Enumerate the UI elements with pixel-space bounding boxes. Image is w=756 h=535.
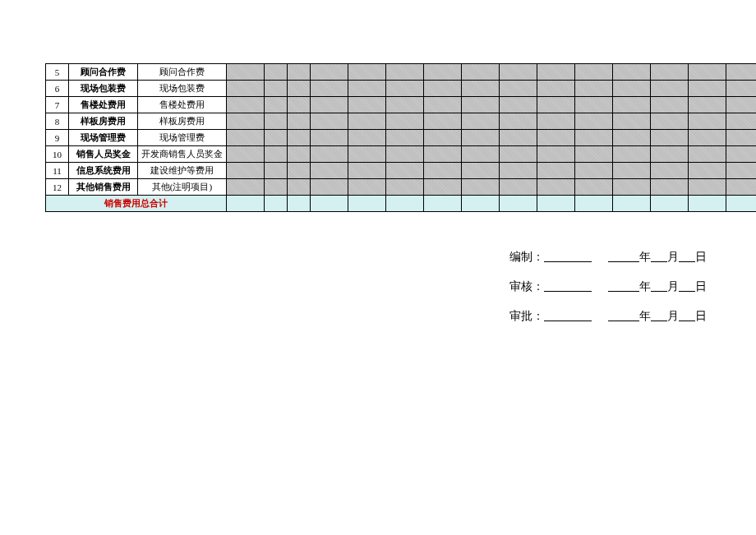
data-cell	[651, 64, 689, 81]
total-cell	[500, 196, 537, 212]
data-cell	[424, 64, 462, 81]
row-subitem: 开发商销售人员奖金	[138, 146, 227, 163]
data-cell	[651, 179, 689, 196]
prepared-label: 编制：	[509, 251, 544, 263]
signature-block: 编制：年月日 审核：年月日 审批：年月日	[509, 245, 707, 334]
blank-line	[544, 279, 592, 292]
row-index: 12	[46, 179, 69, 196]
year-label: 年	[639, 251, 651, 263]
total-cell	[537, 196, 575, 212]
data-cell	[348, 97, 386, 113]
data-cell	[227, 163, 265, 179]
data-cell	[726, 163, 757, 179]
data-cell	[265, 130, 288, 146]
row-category: 其他销售费用	[69, 179, 138, 196]
total-row: 销售费用总合计	[46, 196, 757, 212]
data-cell	[689, 163, 726, 179]
data-cell	[288, 163, 311, 179]
data-cell	[575, 113, 613, 130]
total-label: 销售费用总合计	[46, 196, 227, 212]
data-cell	[613, 64, 651, 81]
data-cell	[265, 64, 288, 81]
data-cell	[386, 146, 424, 163]
total-cell	[265, 196, 288, 212]
data-cell	[265, 163, 288, 179]
total-cell	[386, 196, 424, 212]
data-cell	[689, 113, 726, 130]
data-cell	[348, 163, 386, 179]
data-cell	[462, 146, 500, 163]
row-subitem: 其他(注明项目)	[138, 179, 227, 196]
total-cell	[424, 196, 462, 212]
data-cell	[348, 130, 386, 146]
data-cell	[265, 97, 288, 113]
data-cell	[613, 179, 651, 196]
data-cell	[311, 146, 348, 163]
row-category: 售楼处费用	[69, 97, 138, 113]
data-cell	[424, 146, 462, 163]
data-cell	[265, 179, 288, 196]
prepared-by-row: 编制：年月日	[509, 245, 707, 270]
data-cell	[613, 130, 651, 146]
data-cell	[227, 113, 265, 130]
total-cell	[227, 196, 265, 212]
data-cell	[424, 179, 462, 196]
data-cell	[348, 113, 386, 130]
row-subitem: 建设维护等费用	[138, 163, 227, 179]
data-cell	[537, 163, 575, 179]
row-category: 样板房费用	[69, 113, 138, 130]
data-cell	[613, 146, 651, 163]
total-cell	[288, 196, 311, 212]
data-cell	[651, 81, 689, 97]
data-cell	[424, 97, 462, 113]
data-cell	[726, 97, 757, 113]
reviewed-by-row: 审核：年月日	[509, 274, 707, 299]
blank-line	[679, 279, 695, 292]
total-cell	[575, 196, 613, 212]
data-cell	[288, 130, 311, 146]
blank-line	[679, 249, 695, 262]
data-cell	[575, 97, 613, 113]
blank-line	[608, 249, 639, 262]
data-cell	[726, 113, 757, 130]
expense-table-container: 5 顾问合作费 顾问合作费	[45, 63, 756, 212]
data-cell	[726, 179, 757, 196]
data-cell	[311, 163, 348, 179]
month-label: 月	[667, 280, 679, 293]
row-index: 11	[46, 163, 69, 179]
table-row: 7 售楼处费用 售楼处费用	[46, 97, 757, 113]
table-row: 5 顾问合作费 顾问合作费	[46, 64, 757, 81]
data-cell	[613, 97, 651, 113]
data-cell	[227, 130, 265, 146]
row-index: 5	[46, 64, 69, 81]
data-cell	[613, 81, 651, 97]
data-cell	[288, 146, 311, 163]
data-cell	[311, 81, 348, 97]
table-row: 11 信息系统费用 建设维护等费用	[46, 163, 757, 179]
row-category: 现场管理费	[69, 130, 138, 146]
blank-line	[608, 279, 639, 292]
data-cell	[288, 64, 311, 81]
data-cell	[424, 130, 462, 146]
data-cell	[651, 163, 689, 179]
data-cell	[348, 64, 386, 81]
row-category: 销售人员奖金	[69, 146, 138, 163]
table-row: 9 现场管理费 现场管理费	[46, 130, 757, 146]
approved-label: 审批：	[509, 310, 544, 322]
data-cell	[386, 97, 424, 113]
data-cell	[726, 64, 757, 81]
data-cell	[575, 146, 613, 163]
table-row: 6 现场包装费 现场包装费	[46, 81, 757, 97]
data-cell	[500, 179, 537, 196]
data-cell	[500, 81, 537, 97]
data-cell	[348, 81, 386, 97]
row-subitem: 现场包装费	[138, 81, 227, 97]
blank-line	[544, 308, 592, 321]
data-cell	[500, 113, 537, 130]
data-cell	[288, 113, 311, 130]
data-cell	[726, 146, 757, 163]
data-cell	[265, 146, 288, 163]
data-cell	[537, 179, 575, 196]
data-cell	[689, 179, 726, 196]
row-index: 10	[46, 146, 69, 163]
